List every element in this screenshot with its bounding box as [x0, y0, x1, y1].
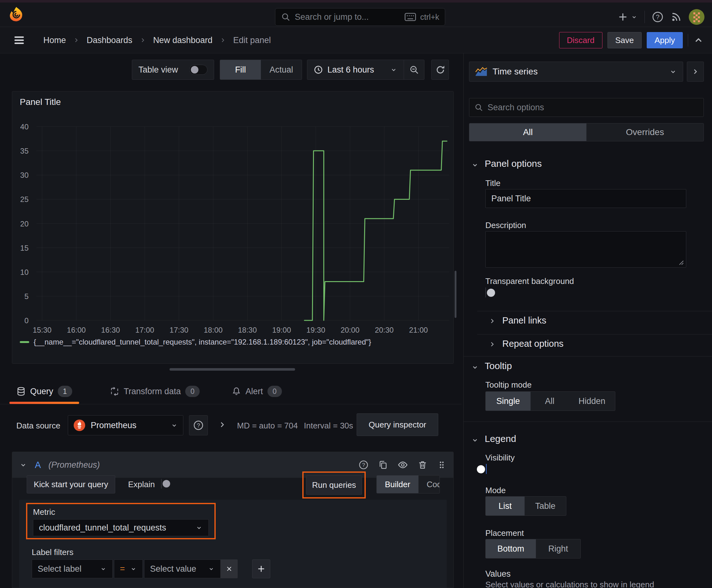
help-icon[interactable]: ?: [652, 11, 664, 23]
textarea-resize-icon[interactable]: [677, 259, 684, 265]
resize-drag-handle[interactable]: [170, 368, 295, 371]
legend-values-label: Values: [486, 569, 511, 579]
zoom-out-button[interactable]: [404, 65, 424, 75]
news-rss-icon[interactable]: [671, 11, 682, 23]
add-filter-button[interactable]: [252, 560, 270, 578]
query-help-icon[interactable]: ?: [359, 460, 369, 470]
remove-filter-button[interactable]: [221, 560, 238, 578]
transparent-background-toggle[interactable]: [486, 288, 486, 297]
chevron-down-icon[interactable]: [471, 363, 479, 371]
svg-text:15:30: 15:30: [33, 326, 51, 334]
interval-info: Interval = 30s: [304, 421, 353, 430]
tab-query-label: Query: [30, 387, 53, 396]
description-textarea[interactable]: [486, 231, 686, 268]
panel-title-input[interactable]: [486, 189, 686, 208]
breadcrumb-dashboards[interactable]: Dashboards: [87, 36, 132, 45]
fill-option[interactable]: Fill: [220, 60, 261, 80]
legend-mode-table[interactable]: Table: [524, 497, 566, 516]
discard-button[interactable]: Discard: [559, 32, 602, 48]
save-button[interactable]: Save: [607, 32, 642, 48]
window-edge-strip: [0, 0, 712, 2]
global-search[interactable]: Search or jump to... ctrl+k: [275, 8, 445, 26]
query-inspector-button[interactable]: Query inspector: [357, 413, 438, 436]
drag-grip-icon[interactable]: [437, 460, 447, 469]
repeat-options-section[interactable]: Repeat options: [502, 339, 563, 349]
collapse-panel-chevron-up-icon[interactable]: [693, 35, 704, 45]
actual-option[interactable]: Actual: [261, 60, 302, 80]
refresh-button[interactable]: [431, 60, 449, 80]
panel-links-section[interactable]: Panel links: [502, 315, 546, 326]
legend-placement-bottom[interactable]: Bottom: [486, 539, 536, 558]
datasource-value: Prometheus: [91, 421, 166, 430]
datasource-help-button[interactable]: ?: [189, 415, 208, 435]
chevron-right-icon[interactable]: [489, 340, 496, 348]
breadcrumb-home[interactable]: Home: [43, 36, 66, 45]
chevron-right-icon[interactable]: [489, 317, 496, 325]
legend-mode-list[interactable]: List: [486, 497, 524, 516]
explain-toggle[interactable]: [161, 479, 162, 489]
scrollbar-thumb[interactable]: [455, 271, 456, 318]
builder-option[interactable]: Builder: [377, 476, 418, 493]
legend-values-help: Select values or calculations to show in…: [486, 580, 654, 588]
select-value-dropdown[interactable]: Select value: [144, 560, 221, 578]
tab-query[interactable]: Query 1: [9, 381, 79, 402]
metric-select[interactable]: cloudflared_tunnel_total_requests: [33, 519, 209, 536]
label-filters-label: Label filters: [32, 547, 73, 557]
database-icon: [16, 387, 26, 396]
table-view-toggle[interactable]: [189, 65, 208, 75]
chevron-down-icon: [170, 422, 178, 429]
divider: [645, 11, 645, 23]
tab-all[interactable]: All: [469, 123, 586, 141]
datasource-label: Data source: [16, 421, 60, 430]
apply-button[interactable]: Apply: [647, 32, 683, 48]
code-option[interactable]: Code: [418, 476, 440, 493]
tooltip-header[interactable]: Tooltip: [485, 361, 512, 371]
delete-query-trash-icon[interactable]: [417, 460, 428, 470]
run-queries-button[interactable]: Run queries: [306, 475, 362, 495]
menu-hamburger-icon[interactable]: [13, 36, 25, 45]
panel-options-header[interactable]: Panel options: [485, 158, 542, 169]
panel-card: Panel Title 15:3016:0016:3017:0017:3018:…: [12, 91, 454, 364]
add-button[interactable]: [618, 12, 638, 22]
tabs-divider: [0, 404, 461, 404]
svg-text:5: 5: [24, 292, 28, 300]
tab-transform[interactable]: Transform data 0: [103, 381, 207, 402]
visualization-picker[interactable]: Time series: [469, 62, 683, 82]
svg-text:35: 35: [20, 147, 28, 155]
tooltip-all-option[interactable]: All: [531, 392, 569, 411]
options-search[interactable]: Search options: [469, 98, 704, 117]
chart-legend[interactable]: {__name__="cloudflared_tunnel_total_requ…: [20, 338, 371, 346]
select-value-group: Select value: [144, 560, 238, 578]
svg-text:18:00: 18:00: [204, 326, 222, 334]
hide-query-eye-icon[interactable]: [397, 460, 408, 470]
avatar[interactable]: [689, 9, 705, 25]
time-range-picker[interactable]: Last 6 hours: [307, 65, 404, 75]
tab-alert[interactable]: Alert 0: [225, 381, 289, 402]
query-ref-id: A: [35, 460, 41, 470]
chevron-down-icon[interactable]: [471, 161, 479, 169]
all-overrides-segmented: All Overrides: [469, 123, 704, 141]
tooltip-hidden-option[interactable]: Hidden: [569, 392, 615, 411]
time-range-label: Last 6 hours: [327, 65, 374, 75]
select-label-dropdown[interactable]: Select label: [32, 560, 113, 578]
operator-dropdown[interactable]: =: [114, 560, 143, 578]
kickstart-query-button[interactable]: Kick start your query: [27, 475, 115, 493]
tooltip-single-option[interactable]: Single: [486, 392, 531, 411]
query-row-header[interactable]: A (Prometheus) ?: [12, 452, 453, 478]
chevron-down-icon[interactable]: [19, 461, 27, 469]
time-series-viz-icon: [475, 67, 488, 77]
timeseries-chart[interactable]: 15:3016:0016:3017:0017:3018:0018:3019:00…: [12, 111, 454, 336]
breadcrumb-new-dashboard[interactable]: New dashboard: [153, 36, 213, 45]
legend-visibility-toggle[interactable]: [486, 464, 487, 474]
chevron-down-icon[interactable]: [471, 436, 479, 444]
datasource-picker[interactable]: Prometheus: [68, 415, 184, 435]
legend-header[interactable]: Legend: [485, 434, 516, 444]
transparent-background-label: Transparent background: [486, 276, 574, 286]
collapse-options-chevron-icon[interactable]: [218, 420, 226, 429]
tab-overrides[interactable]: Overrides: [586, 123, 704, 141]
active-tab-underline: [9, 402, 79, 404]
duplicate-query-icon[interactable]: [378, 460, 388, 470]
legend-placement-right[interactable]: Right: [536, 539, 580, 558]
viz-suggestions-button[interactable]: [687, 62, 704, 82]
grafana-logo[interactable]: [8, 6, 24, 23]
